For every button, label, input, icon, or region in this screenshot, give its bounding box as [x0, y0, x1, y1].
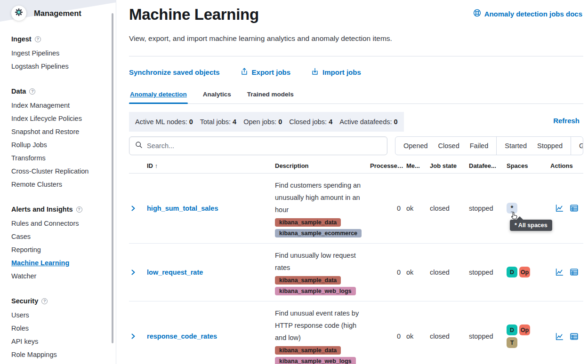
job-tag: kibana_sample_data	[275, 218, 341, 227]
view-results-chart-icon[interactable]	[555, 204, 564, 213]
sidebar-item-snapshot-restore[interactable]: Snapshot and Restore	[11, 125, 108, 138]
job-stats-bar: Active ML nodes:0 Total jobs:4 Open jobs…	[129, 112, 404, 132]
import-icon	[311, 68, 319, 77]
column-header-memory[interactable]: Me...	[406, 158, 430, 173]
synchronize-saved-objects-link[interactable]: Synchronize saved objects	[129, 68, 220, 76]
filter-started-button[interactable]: Started	[499, 142, 532, 150]
sidebar-item-remote-clusters[interactable]: Remote Clusters	[11, 178, 108, 191]
space-badge[interactable]: Op	[519, 267, 530, 277]
management-sidebar: Management Ingest ? Ingest Pipelines Log…	[0, 0, 116, 364]
datafeed-state-value: stopped	[469, 301, 507, 364]
column-header-job-state[interactable]: Job state	[430, 158, 469, 173]
table-row: high_sum_total_sales Find customers spen…	[129, 174, 583, 244]
job-state-value: closed	[430, 301, 469, 364]
space-badge[interactable]: Op	[519, 324, 530, 335]
sidebar-item-cross-cluster-replication[interactable]: Cross-Cluster Replication	[11, 165, 108, 178]
filter-stopped-button[interactable]: Stopped	[532, 142, 568, 150]
section-header-ingest: Ingest ?	[11, 35, 108, 43]
job-filter-bar: Opened Closed Failed Started Stopped Gro…	[395, 136, 583, 155]
export-jobs-link[interactable]: Export jobs	[241, 68, 291, 77]
job-details-table-icon[interactable]	[570, 268, 579, 277]
job-state-value: closed	[430, 244, 469, 301]
job-id-link[interactable]: response_code_rates	[147, 330, 217, 342]
divider	[129, 56, 583, 56]
import-jobs-link[interactable]: Import jobs	[311, 68, 361, 77]
table-row: response_code_rates Find unusual event r…	[129, 301, 583, 364]
help-icon: ?	[35, 36, 41, 42]
group-dropdown-button[interactable]: Group	[574, 142, 583, 150]
docs-link[interactable]: Anomaly detection jobs docs	[473, 9, 582, 18]
memory-status-value: ok	[406, 244, 430, 301]
job-details-table-icon[interactable]	[570, 332, 579, 341]
search-icon	[135, 141, 143, 150]
sidebar-item-logstash-pipelines[interactable]: Logstash Pipelines	[11, 60, 108, 73]
sidebar-scrollbar[interactable]	[112, 13, 113, 343]
search-box	[129, 136, 387, 155]
tab-trained-models[interactable]: Trained models	[246, 88, 295, 103]
sidebar-item-watcher[interactable]: Watcher	[11, 269, 108, 283]
space-badge[interactable]: D	[507, 324, 517, 335]
help-icon: ?	[76, 206, 82, 213]
tab-anomaly-detection[interactable]: Anomaly detection	[129, 88, 188, 103]
sidebar-item-reporting[interactable]: Reporting	[11, 243, 108, 256]
sidebar-title: Management	[34, 9, 81, 18]
processed-records-value: 0	[370, 301, 406, 364]
processed-records-value: 0	[370, 244, 406, 301]
section-header-security: Security ?	[11, 297, 108, 305]
sidebar-item-cases[interactable]: Cases	[11, 230, 108, 243]
export-icon	[241, 68, 248, 77]
job-tag: kibana_sample_web_logs	[275, 357, 356, 364]
sidebar-item-api-keys[interactable]: API keys	[11, 335, 108, 348]
sidebar-item-roles[interactable]: Roles	[11, 322, 108, 335]
help-icon: ?	[29, 88, 35, 95]
job-description: Find unusually low request rates	[275, 249, 364, 274]
jobs-table: ID ↑ Description Processed r... Me... Jo…	[129, 158, 583, 364]
filter-failed-button[interactable]: Failed	[465, 142, 494, 150]
job-description: Find customers spending an unusually hig…	[275, 179, 364, 216]
sidebar-item-ingest-pipelines[interactable]: Ingest Pipelines	[11, 47, 108, 60]
column-header-id[interactable]: ID ↑	[142, 158, 275, 173]
job-id-link[interactable]: low_request_rate	[147, 266, 203, 278]
job-tag: kibana_sample_web_logs	[275, 287, 356, 295]
filter-closed-button[interactable]: Closed	[433, 142, 465, 150]
job-tag: kibana_sample_data	[275, 346, 341, 355]
section-header-alerts-insights: Alerts and Insights ?	[11, 206, 108, 213]
expand-row-button[interactable]	[129, 174, 142, 243]
view-results-chart-icon[interactable]	[555, 332, 564, 341]
sidebar-item-index-lifecycle-policies[interactable]: Index Lifecycle Policies	[11, 112, 108, 125]
tab-analytics[interactable]: Analytics	[202, 88, 232, 103]
job-details-table-icon[interactable]	[570, 204, 579, 213]
job-description: Find unusual event rates by HTTP respons…	[275, 307, 364, 344]
page-description: View, export, and import machine learnin…	[129, 32, 411, 45]
refresh-button[interactable]: Refresh	[553, 117, 580, 125]
view-results-chart-icon[interactable]	[555, 268, 564, 277]
tab-bar: Anomaly detection Analytics Trained mode…	[129, 88, 583, 104]
sidebar-item-rollup-jobs[interactable]: Rollup Jobs	[11, 138, 108, 151]
mouse-cursor-icon	[510, 211, 518, 222]
sidebar-item-transforms[interactable]: Transforms	[11, 151, 108, 165]
sidebar-item-machine-learning[interactable]: Machine Learning	[11, 256, 108, 269]
job-tag: kibana_sample_ecommerce	[275, 229, 362, 237]
column-header-actions: Actions	[550, 158, 584, 173]
column-header-processed[interactable]: Processed r...	[370, 158, 406, 173]
space-badge[interactable]: T	[507, 337, 517, 348]
help-ring-icon	[473, 9, 481, 18]
job-id-link[interactable]: high_sum_total_sales	[147, 202, 218, 214]
sidebar-item-role-mappings[interactable]: Role Mappings	[11, 348, 108, 361]
search-input[interactable]	[147, 142, 381, 150]
expand-row-button[interactable]	[129, 301, 142, 364]
table-row: low_request_rate Find unusually low requ…	[129, 244, 583, 301]
stat-active-ml-nodes: Active ML nodes:0	[135, 118, 193, 126]
sidebar-item-index-management[interactable]: Index Management	[11, 99, 108, 112]
help-icon: ?	[41, 298, 48, 304]
column-header-datafeed[interactable]: Datafee...	[469, 158, 507, 173]
sidebar-item-rules-connectors[interactable]: Rules and Connectors	[11, 217, 108, 230]
management-logo	[11, 6, 26, 21]
sidebar-item-users[interactable]: Users	[11, 309, 108, 322]
job-tag: kibana_sample_data	[275, 276, 341, 285]
space-badge[interactable]: D	[507, 267, 517, 277]
sidebar-nav: Ingest ? Ingest Pipelines Logstash Pipel…	[0, 35, 116, 361]
column-header-description[interactable]: Description	[275, 158, 370, 173]
expand-row-button[interactable]	[129, 244, 142, 301]
filter-opened-button[interactable]: Opened	[398, 142, 433, 150]
